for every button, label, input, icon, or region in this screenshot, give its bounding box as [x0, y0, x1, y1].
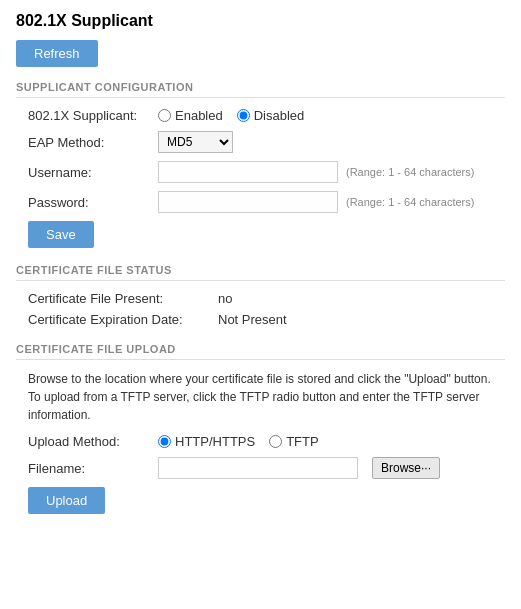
- username-row: Username: (Range: 1 - 64 characters): [16, 161, 505, 183]
- http-label: HTTP/HTTPS: [175, 434, 255, 449]
- page-title: 802.1X Supplicant: [16, 12, 505, 30]
- upload-btn-row: Upload: [16, 487, 505, 514]
- supplicant-label: 802.1X Supplicant:: [28, 108, 158, 123]
- cert-expiration-label: Certificate Expiration Date:: [28, 312, 218, 327]
- cert-expiration-value: Not Present: [218, 312, 287, 327]
- disabled-radio[interactable]: [237, 109, 250, 122]
- password-range-hint: (Range: 1 - 64 characters): [346, 196, 474, 208]
- password-input[interactable]: [158, 191, 338, 213]
- eap-method-row: EAP Method: MD5 PEAP TLS: [16, 131, 505, 153]
- upload-method-label: Upload Method:: [28, 434, 158, 449]
- refresh-button[interactable]: Refresh: [16, 40, 98, 67]
- password-label: Password:: [28, 195, 158, 210]
- username-range-hint: (Range: 1 - 64 characters): [346, 166, 474, 178]
- disabled-label: Disabled: [254, 108, 305, 123]
- eap-control-area: MD5 PEAP TLS: [158, 131, 505, 153]
- eap-select[interactable]: MD5 PEAP TLS: [158, 131, 233, 153]
- enabled-label: Enabled: [175, 108, 223, 123]
- upload-note-line1: Browse to the location where your certif…: [28, 372, 491, 386]
- save-button[interactable]: Save: [28, 221, 94, 248]
- enabled-radio[interactable]: [158, 109, 171, 122]
- filename-row: Filename: Browse···: [16, 457, 505, 479]
- username-label: Username:: [28, 165, 158, 180]
- cert-present-row: Certificate File Present: no: [28, 291, 505, 306]
- tftp-radio[interactable]: [269, 435, 282, 448]
- http-radio[interactable]: [158, 435, 171, 448]
- enabled-option[interactable]: Enabled: [158, 108, 223, 123]
- tftp-label: TFTP: [286, 434, 319, 449]
- tftp-option[interactable]: TFTP: [269, 434, 319, 449]
- filename-input[interactable]: [158, 457, 358, 479]
- eap-label: EAP Method:: [28, 135, 158, 150]
- cert-present-value: no: [218, 291, 232, 306]
- supplicant-config-header: SUPPLICANT CONFIGURATION: [16, 81, 505, 98]
- cert-status-header: CERTIFICATE FILE STATUS: [16, 264, 505, 281]
- save-row: Save: [16, 221, 505, 248]
- cert-upload-section: CERTIFICATE FILE UPLOAD Browse to the lo…: [16, 343, 505, 514]
- username-control-area: (Range: 1 - 64 characters): [158, 161, 505, 183]
- cert-upload-header: CERTIFICATE FILE UPLOAD: [16, 343, 505, 360]
- cert-expiration-row: Certificate Expiration Date: Not Present: [28, 312, 505, 327]
- supplicant-configuration-section: SUPPLICANT CONFIGURATION 802.1X Supplica…: [16, 81, 505, 248]
- username-input[interactable]: [158, 161, 338, 183]
- upload-method-controls: HTTP/HTTPS TFTP: [158, 434, 319, 449]
- browse-button[interactable]: Browse···: [372, 457, 440, 479]
- cert-status-table: Certificate File Present: no Certificate…: [16, 291, 505, 327]
- cert-present-label: Certificate File Present:: [28, 291, 218, 306]
- password-control-area: (Range: 1 - 64 characters): [158, 191, 505, 213]
- cert-status-section: CERTIFICATE FILE STATUS Certificate File…: [16, 264, 505, 327]
- upload-note: Browse to the location where your certif…: [16, 370, 505, 424]
- filename-controls: Browse···: [158, 457, 440, 479]
- supplicant-row: 802.1X Supplicant: Enabled Disabled: [16, 108, 505, 123]
- supplicant-radio-group: Enabled Disabled: [158, 108, 505, 123]
- password-row: Password: (Range: 1 - 64 characters): [16, 191, 505, 213]
- upload-button[interactable]: Upload: [28, 487, 105, 514]
- filename-label: Filename:: [28, 461, 158, 476]
- http-option[interactable]: HTTP/HTTPS: [158, 434, 255, 449]
- disabled-option[interactable]: Disabled: [237, 108, 305, 123]
- upload-note-line2: To upload from a TFTP server, click the …: [28, 390, 480, 422]
- upload-method-row: Upload Method: HTTP/HTTPS TFTP: [16, 434, 505, 449]
